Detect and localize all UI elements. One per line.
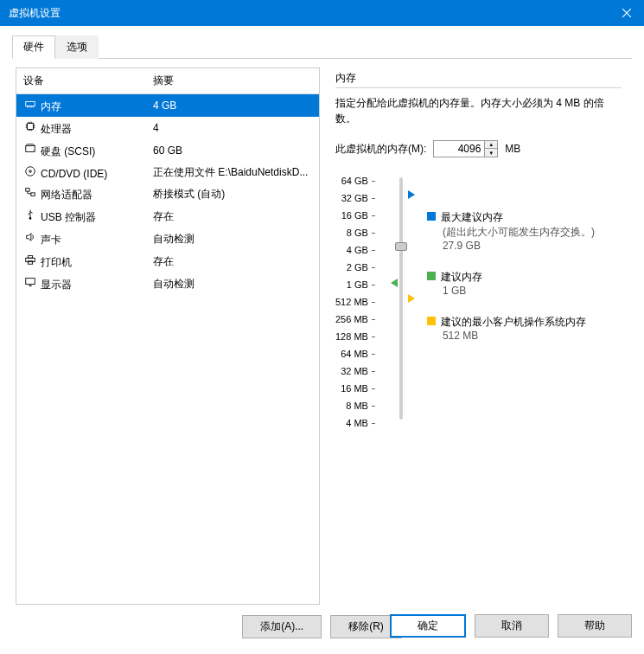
legend-rec-title: 建议内存 [441,271,482,283]
device-summary: 自动检测 [146,231,319,247]
device-row[interactable]: 内存4 GB [16,94,319,117]
legend-max-title: 最大建议内存 [441,211,503,223]
svg-rect-11 [26,279,35,285]
help-button[interactable]: 帮助 [558,614,632,638]
legend-max-sub: (超出此大小可能发生内存交换。) [443,225,622,240]
svg-rect-1 [28,124,34,130]
slider-tick-label: 128 MB [335,330,375,343]
min-memory-marker [408,294,415,303]
memory-spinner: ▲ ▼ [485,140,498,157]
svg-rect-9 [28,256,32,259]
close-button[interactable] [609,0,644,26]
device-name: 硬盘 (SCSI) [41,145,95,157]
spinner-up[interactable]: ▲ [485,141,497,149]
device-summary: 4 [146,121,319,135]
display-icon [23,275,37,289]
col-header-device[interactable]: 设备 [16,72,146,90]
device-summary: 60 GB [146,144,319,157]
cd-icon [23,164,37,178]
cancel-button[interactable]: 取消 [475,614,549,638]
svg-point-2 [33,150,34,151]
svg-point-3 [26,167,35,176]
slider-thumb[interactable] [395,242,407,251]
memory-input[interactable] [433,140,485,157]
legend-rec-value: 1 GB [443,285,622,297]
device-summary: 4 GB [146,99,319,112]
svg-rect-6 [31,193,35,196]
max-memory-marker [408,190,415,199]
device-row[interactable]: 声卡自动检测 [16,228,319,250]
slider-tick-label: 4 GB [347,244,375,256]
memory-icon [23,97,37,111]
memory-legend: 最大建议内存 (超出此大小可能发生内存交换。) 27.9 GB 建议内存 1 G… [427,175,622,429]
legend-min-title: 建议的最小客户机操作系统内存 [441,316,586,328]
device-name: 网络适配器 [41,189,92,201]
spinner-down[interactable]: ▼ [485,149,497,157]
recommended-memory-marker [391,279,398,287]
legend-swatch-blue [427,212,436,221]
memory-section-title: 内存 [335,71,622,88]
device-name: CD/DVD (IDE) [41,168,107,180]
device-row[interactable]: CD/DVD (IDE)正在使用文件 E:\BaiduNetdiskD... [16,162,319,183]
network-icon [23,185,37,199]
device-row[interactable]: 打印机存在 [16,250,319,272]
slider-tick-label: 8 MB [346,400,375,412]
svg-rect-0 [26,101,35,106]
legend-swatch-green [427,272,436,280]
tab-strip: 硬件 选项 [12,35,632,59]
device-name: 处理器 [41,123,72,135]
device-summary: 存在 [146,253,319,270]
legend-min-value: 512 MB [443,330,622,342]
slider-tick-label: 256 MB [335,313,375,325]
slider-tick-label: 4 MB [346,417,375,429]
slider-tick-label: 512 MB [335,296,375,308]
slider-tick-label: 2 GB [347,261,375,273]
device-name: USB 控制器 [41,211,96,223]
device-summary: 正在使用文件 E:\BaiduNetdiskD... [146,164,319,181]
device-name: 声卡 [41,234,61,246]
slider-tick-label: 64 MB [341,348,375,360]
titlebar: 虚拟机设置 [0,0,644,26]
memory-input-label: 此虚拟机的内存(M): [335,142,426,157]
add-button[interactable]: 添加(A)... [242,615,322,638]
disk-icon [23,142,37,156]
printer-icon [23,253,37,266]
svg-rect-5 [26,189,29,192]
cpu-icon [23,119,37,133]
svg-point-4 [29,170,32,173]
memory-description: 指定分配给此虚拟机的内存量。内存大小必须为 4 MB 的倍数。 [335,95,622,126]
device-name: 内存 [41,100,61,112]
memory-unit: MB [505,143,520,155]
device-name: 打印机 [41,256,72,268]
slider-tick-label: 16 MB [341,382,375,394]
tab-hardware[interactable]: 硬件 [12,35,55,59]
memory-settings-panel: 内存 指定分配给此虚拟机的内存量。内存大小必须为 4 MB 的倍数。 此虚拟机的… [328,67,628,605]
tab-options[interactable]: 选项 [55,35,99,59]
usb-icon [23,208,37,221]
device-row[interactable]: 处理器4 [16,117,319,139]
sound-icon [23,230,37,244]
col-header-summary[interactable]: 摘要 [146,72,319,90]
device-row[interactable]: 显示器自动检测 [16,272,319,295]
device-summary: 存在 [146,208,319,225]
ok-button[interactable]: 确定 [390,614,466,638]
device-summary: 桥接模式 (自动) [146,186,319,202]
device-summary: 自动检测 [146,276,319,292]
device-list-panel: 设备 摘要 内存4 GB处理器4硬盘 (SCSI)60 GBCD/DVD (ID… [16,67,320,605]
device-row[interactable]: 网络适配器桥接模式 (自动) [16,183,319,205]
device-row[interactable]: USB 控制器存在 [16,205,319,228]
slider-tick-labels: 64 GB32 GB16 GB8 GB4 GB2 GB1 GB512 MB256… [335,175,375,429]
slider-tick-label: 64 GB [341,175,375,187]
slider-tick-label: 8 GB [347,227,375,239]
legend-max-value: 27.9 GB [443,240,622,252]
slider-tick-label: 32 GB [341,192,375,204]
window-title: 虚拟机设置 [9,6,61,21]
slider-tick-label: 32 MB [341,365,375,377]
device-row[interactable]: 硬盘 (SCSI)60 GB [16,139,319,162]
slider-tick-label: 16 GB [341,209,375,221]
memory-slider[interactable] [392,175,410,429]
legend-swatch-yellow [427,317,436,325]
device-name: 显示器 [41,279,72,291]
device-table-header: 设备 摘要 [16,68,319,94]
close-icon [622,9,631,17]
